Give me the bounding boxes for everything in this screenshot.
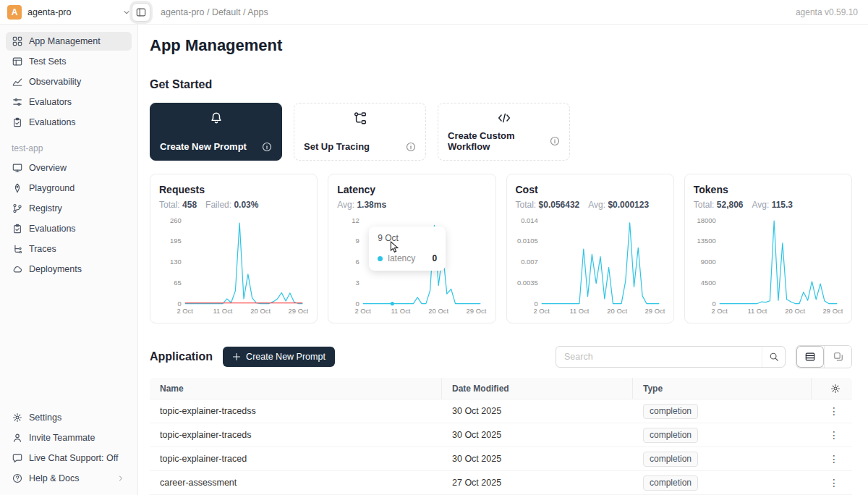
chart-requests: 2601951306502 Oct11 Oct20 Oct29 Oct	[159, 216, 308, 319]
table-view-icon	[805, 352, 815, 362]
app-name[interactable]: topic-explainer-tracedss	[150, 406, 442, 416]
column-header-type: Type	[633, 378, 812, 399]
grid-icon	[12, 36, 22, 46]
sidebar-item-deployments[interactable]: Deployments	[6, 260, 132, 279]
person-icon	[12, 433, 22, 443]
svg-text:195: 195	[170, 237, 182, 245]
app-date-modified: 30 Oct 2025	[442, 454, 633, 464]
tracing-icon	[304, 111, 416, 124]
svg-text:29 Oct: 29 Oct	[467, 307, 487, 315]
series-dot-icon	[378, 256, 383, 261]
app-type-cell: completion	[633, 452, 812, 467]
start-card-create-new-prompt[interactable]: Create New Prompt	[150, 103, 282, 161]
sidebar: App ManagementTest SetsObservabilityEval…	[0, 25, 138, 495]
table-row[interactable]: career-assessment27 Oct 2025completion⋮	[150, 471, 852, 495]
stat-card-title: Latency	[337, 184, 486, 195]
start-card-set-up-tracing[interactable]: Set Up Tracing	[294, 103, 426, 161]
sidebar-item-test-sets[interactable]: Test Sets	[6, 52, 132, 71]
breadcrumb[interactable]: agenta-pro / Default / Apps	[161, 7, 268, 17]
svg-text:13500: 13500	[697, 237, 715, 245]
stat-card-stats: Avg: 1.38ms	[337, 200, 486, 210]
svg-text:29 Oct: 29 Oct	[822, 307, 843, 315]
sidebar-item-playground[interactable]: Playground	[6, 179, 132, 198]
info-icon[interactable]	[550, 136, 560, 146]
table-row[interactable]: topic-explainer-traceds30 Oct 2025comple…	[150, 423, 852, 447]
application-header: Application Create New Prompt	[150, 345, 852, 368]
stat-label: Total:	[694, 200, 715, 210]
svg-text:3: 3	[356, 279, 359, 287]
svg-text:20 Oct: 20 Oct	[250, 307, 271, 315]
chat-icon	[12, 453, 22, 463]
workspace-name: agenta-pro	[27, 7, 71, 17]
chart-cost: 0.0140.01050.0070.003502 Oct11 Oct20 Oct…	[516, 216, 665, 319]
sidebar-item-registry[interactable]: Registry	[6, 199, 132, 218]
stat-card-tokens: TokensTotal: 52,806Avg: 115.318000135009…	[684, 174, 852, 323]
svg-text:0.014: 0.014	[521, 216, 538, 224]
sidebar-item-evaluations[interactable]: Evaluations	[6, 113, 132, 132]
create-new-prompt-label: Create New Prompt	[246, 352, 326, 362]
clipboard-icon	[12, 117, 22, 127]
sidebar-item-evaluators[interactable]: Evaluators	[6, 93, 132, 111]
sidebar-main-nav: App ManagementTest SetsObservabilityEval…	[6, 32, 132, 132]
sidebar-item-label: Settings	[29, 412, 61, 423]
sidebar-item-traces[interactable]: Traces	[6, 240, 132, 258]
row-menu-button[interactable]: ⋮	[826, 475, 842, 491]
sidebar-item-label: Invite Teammate	[29, 433, 95, 443]
info-icon[interactable]	[262, 142, 272, 152]
sidebar-item-label: Live Chat Support: Off	[29, 453, 118, 463]
sidebar-item-live-chat-support-off[interactable]: Live Chat Support: Off	[6, 449, 132, 468]
cloud-icon	[12, 264, 22, 274]
workspace-switcher[interactable]: A agenta-pro	[7, 5, 132, 20]
branch-icon	[12, 203, 22, 213]
stat-card-title: Cost	[516, 184, 665, 195]
sidebar-item-help-docs[interactable]: Help & Docs	[6, 469, 132, 488]
search-input[interactable]	[556, 352, 762, 362]
stat-label: Failed:	[205, 200, 231, 210]
sidebar-item-overview[interactable]: Overview	[6, 158, 132, 177]
sidebar-item-label: App Management	[29, 36, 101, 46]
type-badge: completion	[643, 475, 698, 491]
app-type-cell: completion	[633, 404, 812, 419]
tree-icon	[12, 244, 22, 254]
sidebar-collapse-button[interactable]	[132, 3, 150, 22]
sidebar-panel-icon	[136, 7, 146, 17]
app-name[interactable]: career-assessment	[150, 478, 442, 488]
get-started-heading: Get Started	[150, 78, 852, 91]
help-icon	[12, 473, 22, 483]
sidebar-item-label: Playground	[29, 183, 75, 193]
app-type-cell: completion	[633, 428, 812, 443]
main-content: App Management Get Started Create New Pr…	[138, 25, 868, 495]
sidebar-item-invite-teammate[interactable]: Invite Teammate	[6, 428, 132, 447]
row-menu-button[interactable]: ⋮	[826, 451, 842, 467]
column-header-name: Name	[150, 378, 442, 399]
start-card-create-custom-workflow[interactable]: Create Custom Workflow	[438, 103, 570, 161]
table-row[interactable]: topic-explainer-tracedss30 Oct 2025compl…	[150, 399, 852, 423]
chevron-down-icon	[122, 7, 132, 17]
monitor-icon	[12, 163, 22, 173]
sidebar-item-settings[interactable]: Settings	[6, 408, 132, 427]
table-row[interactable]: topic-explainer-traced30 Oct 2025complet…	[150, 447, 852, 471]
stat-card-stats: Total: $0.056432Avg: $0.000123	[516, 200, 665, 210]
type-badge: completion	[643, 428, 698, 443]
card-view-button[interactable]	[824, 346, 851, 368]
sidebar-item-evaluations[interactable]: Evaluations	[6, 219, 132, 238]
stat-value: $0.056432	[539, 200, 580, 210]
sidebar-item-observability[interactable]: Observability	[6, 72, 132, 91]
row-menu-button[interactable]: ⋮	[826, 403, 842, 419]
svg-text:0: 0	[356, 300, 359, 308]
app-name[interactable]: topic-explainer-traceds	[150, 430, 442, 440]
search-icon[interactable]	[762, 347, 785, 367]
svg-text:2 Oct: 2 Oct	[176, 307, 193, 315]
sidebar-app-nav: OverviewPlaygroundRegistryEvaluationsTra…	[6, 158, 132, 279]
svg-text:0: 0	[178, 300, 182, 308]
svg-text:65: 65	[174, 279, 181, 287]
sidebar-item-app-management[interactable]: App Management	[6, 32, 132, 51]
table-settings-icon[interactable]	[830, 384, 841, 394]
app-name[interactable]: topic-explainer-traced	[150, 454, 442, 464]
row-menu-button[interactable]: ⋮	[826, 427, 842, 443]
table-view-button[interactable]	[796, 346, 824, 368]
stat-value: 52,806	[717, 200, 744, 210]
create-new-prompt-button[interactable]: Create New Prompt	[223, 347, 335, 367]
svg-text:12: 12	[352, 216, 359, 224]
info-icon[interactable]	[406, 142, 416, 152]
